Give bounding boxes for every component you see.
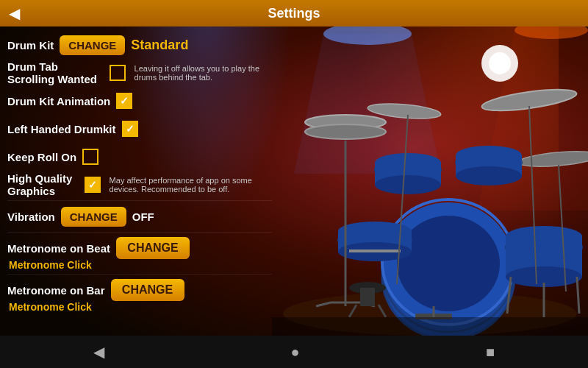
metronome-beat-row: Metronome on Beat CHANGE [7, 234, 272, 262]
drum-kit-animation-checkbox[interactable] [116, 93, 132, 109]
vibration-value: OFF [132, 210, 154, 223]
keep-roll-on-row: Keep Roll On [7, 143, 272, 171]
svg-point-8 [305, 124, 386, 139]
svg-rect-51 [272, 317, 588, 336]
metronome-bar-row: Metronome on Bar CHANGE [7, 276, 272, 304]
svg-rect-48 [360, 288, 375, 306]
keep-roll-on-checkbox[interactable] [82, 149, 98, 165]
high-quality-graphics-hint: May affect performance of app on some de… [110, 176, 272, 194]
drum-tab-scrolling-row: Drum Tab Scrolling Wanted Leaving it off… [7, 59, 272, 87]
drum-kit-animation-row: Drum Kit Animation [7, 87, 272, 115]
svg-point-15 [375, 175, 441, 194]
vibration-row: Vibration CHANGE OFF [7, 202, 272, 230]
metronome-beat-label: Metronome on Beat [7, 242, 110, 255]
svg-rect-30 [349, 250, 401, 252]
vibration-change-button[interactable]: CHANGE [61, 207, 126, 227]
high-quality-graphics-row: High Quality Graphics May affect perform… [7, 171, 272, 199]
nav-home-button[interactable]: ● [276, 339, 314, 365]
left-handed-row: Left Handed Drumkit [7, 115, 272, 143]
svg-line-36 [577, 277, 579, 314]
drum-kit-animation-label: Drum Kit Animation [7, 95, 110, 107]
drum-kit-illustration [272, 26, 588, 336]
metronome-bar-label: Metronome on Bar [7, 284, 105, 297]
vibration-label: Vibration [7, 210, 55, 223]
svg-marker-2 [294, 34, 441, 174]
svg-point-6 [489, 52, 511, 74]
metronome-beat-click-label[interactable]: Metronome Click [7, 259, 272, 271]
drum-kit-row: Drum Kit CHANGE Standard [7, 31, 272, 59]
bottom-nav: ◀ ● ■ [0, 336, 588, 368]
metronome-bar-change-button[interactable]: CHANGE [111, 279, 184, 301]
keep-roll-on-label: Keep Roll On [7, 151, 76, 163]
metronome-bar-click-label[interactable]: Metronome Click [7, 301, 272, 313]
back-button[interactable]: ◀ [9, 4, 20, 22]
drum-kit-change-button[interactable]: CHANGE [60, 35, 125, 55]
left-handed-checkbox[interactable] [122, 121, 138, 137]
page-title: Settings [268, 6, 320, 21]
drum-tab-scrolling-label: Drum Tab Scrolling Wanted [7, 60, 104, 85]
settings-panel: Drum Kit CHANGE Standard Drum Tab Scroll… [0, 26, 279, 320]
divider-1 [7, 200, 272, 201]
nav-back-button[interactable]: ◀ [79, 339, 119, 365]
divider-2 [7, 232, 272, 233]
drum-tab-scrolling-checkbox[interactable] [110, 65, 126, 81]
svg-point-19 [456, 166, 522, 185]
high-quality-graphics-label: High Quality Graphics [7, 172, 79, 197]
drum-kit-value: Standard [131, 38, 188, 53]
svg-point-24 [397, 216, 500, 311]
drum-tab-scrolling-hint: Leaving it off allows you to play the dr… [135, 64, 272, 82]
divider-3 [7, 274, 272, 275]
high-quality-graphics-checkbox[interactable] [85, 177, 101, 193]
drum-kit-label: Drum Kit [7, 39, 54, 52]
metronome-beat-change-button[interactable]: CHANGE [116, 237, 190, 259]
nav-recents-button[interactable]: ■ [471, 339, 509, 365]
left-handed-label: Left Handed Drumkit [7, 123, 116, 135]
topbar: ◀ Settings [0, 0, 588, 26]
